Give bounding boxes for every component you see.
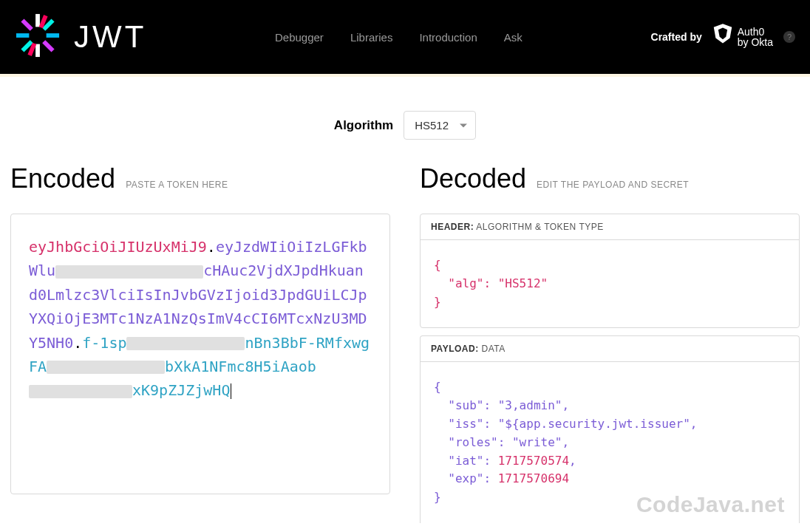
logo-mark-icon xyxy=(15,13,61,61)
svg-rect-6 xyxy=(42,40,54,52)
logo-text: JWT xyxy=(74,19,146,55)
nav-libraries[interactable]: Libraries xyxy=(350,31,393,44)
encoded-token-input[interactable]: eyJhbGciOiJIUzUxMiJ9.eyJzdWIiOiIzLGFkbWl… xyxy=(10,214,390,494)
panels: Encoded PASTE A TOKEN HERE eyJhbGciOiJIU… xyxy=(0,163,810,532)
svg-rect-7 xyxy=(21,18,33,30)
token-dot: . xyxy=(207,238,216,256)
redacted-block xyxy=(126,337,245,350)
decoded-header-label-strong: HEADER: xyxy=(431,222,474,232)
text-cursor xyxy=(231,383,231,399)
encoded-head: Encoded PASTE A TOKEN HERE xyxy=(10,163,390,194)
svg-rect-0 xyxy=(35,14,40,27)
top-header: JWT Debugger Libraries Introduction Ask … xyxy=(0,0,810,74)
svg-rect-5 xyxy=(16,33,29,38)
decoded-payload-section: PAYLOAD: DATA { "sub": "3,admin", "iss":… xyxy=(420,335,800,523)
main-nav: Debugger Libraries Introduction Ask xyxy=(146,31,650,44)
auth0-text: Auth0 by Okta xyxy=(738,27,773,47)
nav-introduction[interactable]: Introduction xyxy=(419,31,477,44)
encoded-panel: Encoded PASTE A TOKEN HERE eyJhbGciOiJIU… xyxy=(10,163,390,531)
decoded-header-sub: ALGORITHM & TOKEN TYPE xyxy=(476,222,603,232)
token-signature-segment: bXkA1NFmc8H5iAaob xyxy=(165,358,316,375)
nav-ask[interactable]: Ask xyxy=(504,31,523,44)
decoded-hint: EDIT THE PAYLOAD AND SECRET xyxy=(537,180,689,190)
algorithm-select[interactable]: HS512 xyxy=(404,111,476,140)
algorithm-label: Algorithm xyxy=(334,118,393,133)
decoded-title: Decoded xyxy=(420,163,526,194)
algorithm-row: Algorithm HS512 xyxy=(0,77,810,163)
svg-rect-4 xyxy=(47,33,59,38)
token-dot: . xyxy=(73,334,82,352)
algorithm-select-wrap: HS512 xyxy=(404,111,476,140)
token-signature-segment: xK9pZJZjwHQ xyxy=(132,381,230,399)
decoded-payload-sub: DATA xyxy=(482,344,506,354)
logo-group: JWT xyxy=(15,13,146,61)
token-header-segment: eyJhbGciOiJIUzUxMiJ9 xyxy=(29,238,207,256)
auth0-line2: by Okta xyxy=(738,37,773,47)
encoded-hint: PASTE A TOKEN HERE xyxy=(126,180,228,190)
decoded-payload-label: PAYLOAD: DATA xyxy=(421,336,799,362)
svg-rect-1 xyxy=(35,44,40,57)
auth0-line1: Auth0 xyxy=(738,27,773,37)
token-signature-segment: f-1sp xyxy=(82,334,126,352)
help-icon[interactable]: ? xyxy=(783,31,795,43)
encoded-title: Encoded xyxy=(10,163,115,194)
redacted-block xyxy=(47,361,165,374)
decoded-head: Decoded EDIT THE PAYLOAD AND SECRET xyxy=(420,163,800,194)
decoded-header-json[interactable]: { "alg": "HS512" } xyxy=(421,240,799,327)
redacted-block xyxy=(29,385,132,398)
decoded-header-section: HEADER: ALGORITHM & TOKEN TYPE { "alg": … xyxy=(420,214,800,328)
decoded-payload-json[interactable]: { "sub": "3,admin", "iss": "${app.securi… xyxy=(421,362,799,523)
auth0-shield-icon xyxy=(712,24,733,50)
nav-debugger[interactable]: Debugger xyxy=(275,31,324,44)
auth0-logo[interactable]: Auth0 by Okta xyxy=(712,24,773,50)
decoded-payload-label-strong: PAYLOAD: xyxy=(431,344,479,354)
decoded-panel: Decoded EDIT THE PAYLOAD AND SECRET HEAD… xyxy=(420,163,800,531)
decoded-header-label: HEADER: ALGORITHM & TOKEN TYPE xyxy=(421,214,799,240)
header-right: Crafted by Auth0 by Okta ? xyxy=(651,24,795,50)
crafted-by-label: Crafted by xyxy=(651,31,702,43)
redacted-block xyxy=(55,265,203,279)
